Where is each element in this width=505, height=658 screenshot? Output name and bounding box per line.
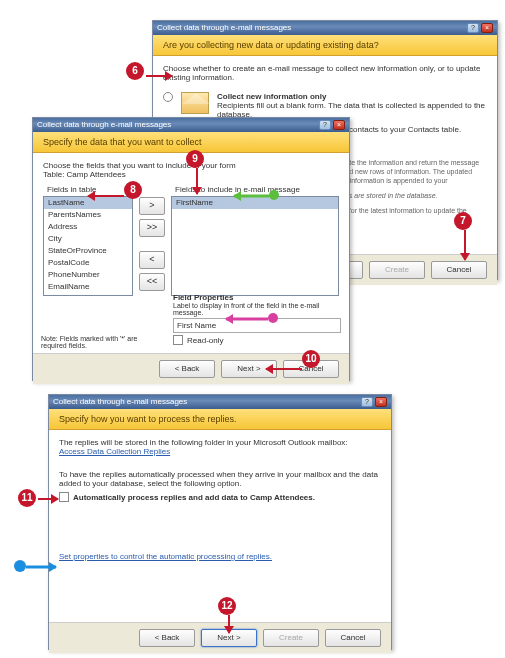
add-all-button[interactable]: >> bbox=[139, 219, 165, 237]
fields-in-email-list[interactable]: FirstName bbox=[171, 196, 339, 296]
callout-green-dot bbox=[269, 190, 279, 200]
close-button[interactable]: × bbox=[333, 120, 345, 130]
table-label: Table: Camp Attendees bbox=[43, 170, 339, 179]
cancel-button[interactable]: Cancel bbox=[431, 261, 487, 279]
readonly-label: Read-only bbox=[187, 336, 223, 345]
titlebar[interactable]: Collect data through e-mail messages ? × bbox=[49, 395, 391, 409]
intro-text: Choose whether to create an e-mail messa… bbox=[163, 64, 487, 82]
callout-8: 8 bbox=[124, 181, 142, 199]
envelope-icon bbox=[181, 92, 209, 114]
set-properties-link[interactable]: Set properties to control the automatic … bbox=[59, 552, 381, 561]
help-button[interactable]: ? bbox=[319, 120, 331, 130]
list-item[interactable]: PhoneNumber bbox=[44, 269, 132, 281]
field-props-heading: Field Properties bbox=[173, 293, 341, 302]
list-item[interactable]: MailingListID bbox=[44, 293, 132, 296]
replies-folder-link[interactable]: Access Data Collection Replies bbox=[59, 447, 381, 456]
list-item[interactable]: PostalCode bbox=[44, 257, 132, 269]
titlebar[interactable]: Collect data through e-mail messages ? × bbox=[33, 118, 349, 132]
callout-9: 9 bbox=[186, 150, 204, 168]
create-button[interactable]: Create bbox=[369, 261, 425, 279]
note-text: Note: Fields marked with '*' are require… bbox=[41, 335, 141, 349]
list-item[interactable]: Address bbox=[44, 221, 132, 233]
cancel-button[interactable]: Cancel bbox=[325, 629, 381, 647]
callout-6-arrow: .arrow-right-red::before{width:100%;} bbox=[146, 71, 172, 81]
help-button[interactable]: ? bbox=[467, 23, 479, 33]
window-title: Collect data through e-mail messages bbox=[53, 396, 187, 408]
auto-process-text: To have the replies automatically proces… bbox=[59, 470, 381, 488]
close-button[interactable]: × bbox=[481, 23, 493, 33]
field-props-label: Label to display in front of the field i… bbox=[173, 302, 341, 316]
wizard-heading: Specify how you want to process the repl… bbox=[49, 409, 391, 430]
back-button[interactable]: < Back bbox=[159, 360, 215, 378]
window-title: Collect data through e-mail messages bbox=[37, 119, 171, 131]
titlebar[interactable]: Collect data through e-mail messages ? × bbox=[153, 21, 497, 35]
radio-collect-new[interactable] bbox=[163, 92, 173, 102]
wizard-heading: Are you collecting new data or updating … bbox=[153, 35, 497, 56]
add-field-button[interactable]: > bbox=[139, 197, 165, 215]
list-item[interactable]: City bbox=[44, 233, 132, 245]
label-input[interactable] bbox=[173, 318, 341, 333]
callout-12: 12 bbox=[218, 597, 236, 615]
list-item[interactable]: ParentsNames bbox=[44, 209, 132, 221]
list-item[interactable]: EmailName bbox=[44, 281, 132, 293]
callout-10-arrow bbox=[266, 368, 302, 370]
back-button[interactable]: < Back bbox=[139, 629, 195, 647]
callout-12-arrow bbox=[224, 615, 234, 633]
window-title: Collect data through e-mail messages bbox=[157, 22, 291, 34]
remove-all-button[interactable]: << bbox=[139, 273, 165, 291]
callout-magenta-dot bbox=[268, 313, 278, 323]
list-item[interactable]: FirstName bbox=[172, 197, 338, 209]
callout-11: 11 bbox=[18, 489, 36, 507]
callout-7-arrow bbox=[460, 230, 470, 260]
auto-process-label: Automatically process replies and add da… bbox=[73, 493, 315, 502]
callout-magenta-arrow bbox=[226, 317, 268, 320]
callout-green-arrow bbox=[234, 194, 269, 197]
callout-blue-dot bbox=[14, 560, 26, 572]
list-item[interactable]: StateOrProvince bbox=[44, 245, 132, 257]
fields-in-table-list[interactable]: LastName ParentsNames Address City State… bbox=[43, 196, 133, 296]
callout-9-arrow bbox=[192, 168, 202, 194]
footer-buttons: < Back Next > Create Cancel bbox=[49, 622, 391, 653]
option-title: Collect new information only bbox=[217, 92, 487, 101]
create-button[interactable]: Create bbox=[263, 629, 319, 647]
close-button[interactable]: × bbox=[375, 397, 387, 407]
callout-6: 6 bbox=[126, 62, 144, 80]
storage-text: The replies will be stored in the follow… bbox=[59, 438, 381, 447]
callout-7: 7 bbox=[454, 212, 472, 230]
remove-field-button[interactable]: < bbox=[139, 251, 165, 269]
help-button[interactable]: ? bbox=[361, 397, 373, 407]
callout-11-arrow bbox=[38, 498, 58, 500]
readonly-checkbox[interactable] bbox=[173, 335, 183, 345]
auto-process-checkbox[interactable] bbox=[59, 492, 69, 502]
callout-blue-arrow bbox=[26, 565, 56, 568]
callout-10: 10 bbox=[302, 350, 320, 368]
callout-8-arrow bbox=[88, 195, 124, 197]
